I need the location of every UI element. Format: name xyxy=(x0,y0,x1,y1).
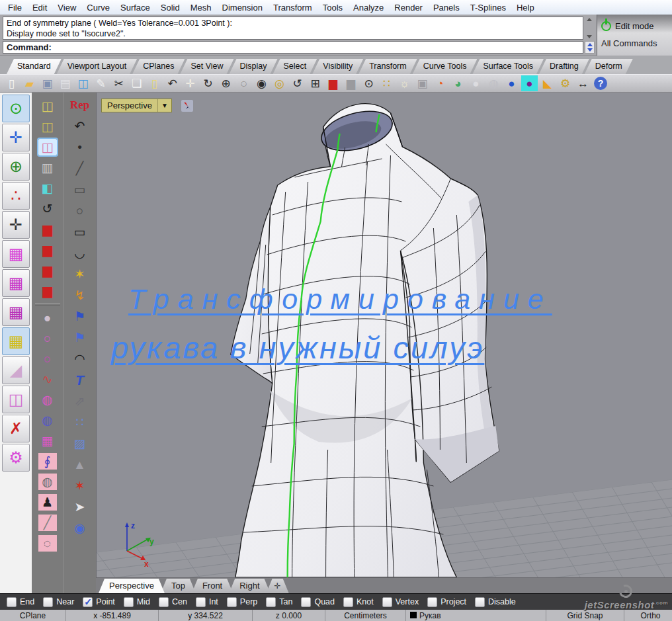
mesh-surface-icon[interactable]: ▦ xyxy=(38,433,57,449)
osnap-point[interactable]: Point xyxy=(83,597,115,607)
spray-tool-button[interactable]: ◢ xyxy=(2,356,30,384)
curve-handle-icon[interactable]: ◡ xyxy=(71,245,89,261)
save-icon[interactable]: ▣ xyxy=(39,75,56,91)
tab-drafting[interactable]: Drafting xyxy=(539,59,589,74)
menu-item[interactable]: Mesh xyxy=(185,1,217,15)
command-spinner[interactable] xyxy=(585,41,595,54)
menu-item[interactable]: Curve xyxy=(81,1,115,15)
zoom-selected-icon[interactable]: ◉ xyxy=(253,75,270,91)
menu-item[interactable]: View xyxy=(52,1,81,15)
checkbox[interactable] xyxy=(343,597,353,607)
command-history-scrollbar[interactable] xyxy=(585,17,593,40)
zoom-in-icon[interactable]: ⊕ xyxy=(218,75,234,91)
new-document-icon[interactable]: ▯ xyxy=(3,75,20,91)
viewport-tab-right[interactable]: Right xyxy=(229,579,270,593)
rotate-sphere-button[interactable]: ⊕ xyxy=(2,153,30,181)
osnap-tan[interactable]: Tan xyxy=(266,597,292,607)
cut-icon[interactable]: ✂ xyxy=(110,75,127,91)
spinner-up-icon[interactable] xyxy=(587,43,593,46)
color-wheel-icon[interactable]: ◕ xyxy=(450,75,466,91)
zoom-target-icon[interactable]: ◎ xyxy=(271,75,288,91)
tab-transform[interactable]: Transform xyxy=(358,59,417,74)
render-region-icon[interactable]: ◍ xyxy=(485,75,502,91)
checkbox[interactable] xyxy=(301,597,311,607)
sphere-ghost-icon[interactable]: ● xyxy=(38,310,57,326)
spotlight-icon[interactable]: ◣ xyxy=(539,75,556,91)
status-layer[interactable]: Рукав xyxy=(406,610,546,621)
checkbox[interactable] xyxy=(227,597,237,607)
flag-a-icon[interactable]: ⚑ xyxy=(71,308,89,325)
layout-columns-icon[interactable]: ▥ xyxy=(38,159,57,176)
status-y[interactable]: y 334.522 xyxy=(159,610,253,621)
osnap-knot[interactable]: Knot xyxy=(343,597,374,607)
joint-points-button[interactable]: ∴ xyxy=(2,182,30,210)
layout-three-panel-icon[interactable]: ◫ xyxy=(38,118,57,135)
osnap-quad[interactable]: Quad xyxy=(301,597,335,607)
car-ghost-icon[interactable]: ▆ xyxy=(343,75,359,91)
checkbox[interactable] xyxy=(43,597,53,607)
zoom-window-icon[interactable]: ◌ xyxy=(235,75,252,91)
rail-revolve-icon[interactable]: ○ xyxy=(38,351,57,367)
car-red-icon[interactable]: ▆ xyxy=(325,75,341,91)
lock-icon[interactable]: ▣ xyxy=(414,75,431,91)
polyline-icon[interactable]: ╱ xyxy=(38,515,57,531)
checkbox[interactable] xyxy=(427,597,437,607)
viewport-tab-perspective[interactable]: Perspective xyxy=(99,579,165,593)
osnap-int[interactable]: Int xyxy=(196,597,218,607)
move-axes-button[interactable]: ✛ xyxy=(2,211,30,239)
car-side-icon[interactable]: ▆ xyxy=(38,241,57,258)
dropdown-arrow-icon[interactable]: ▼ xyxy=(157,99,171,112)
tab-display[interactable]: Display xyxy=(230,59,278,74)
cage-box-button[interactable]: ▦ xyxy=(2,269,30,297)
car-top-icon[interactable]: ▆ xyxy=(38,221,57,237)
tab-set-view[interactable]: Set View xyxy=(180,59,233,74)
spheres-icon[interactable]: ◉ xyxy=(71,520,89,536)
all-commands-item[interactable]: All Commands xyxy=(601,38,672,48)
status-units[interactable]: Centimeters xyxy=(325,610,406,621)
checkbox[interactable] xyxy=(475,597,485,607)
menu-item[interactable]: Render xyxy=(389,1,428,15)
status-x[interactable]: x -851.489 xyxy=(66,610,159,621)
paste-icon[interactable]: ▯ xyxy=(146,75,163,91)
osnap-perp[interactable]: Perp xyxy=(227,597,257,607)
orbit-icon[interactable]: ↺ xyxy=(38,200,57,217)
print-icon[interactable]: ▤ xyxy=(57,75,73,91)
tab-viewport-layout[interactable]: Viewport Layout xyxy=(57,59,137,74)
ellipse-points-icon[interactable]: ○ xyxy=(71,202,89,219)
arc-icon[interactable]: ◠ xyxy=(71,351,89,367)
checkbox[interactable] xyxy=(83,597,93,607)
extrude-g1-icon[interactable]: ◍ xyxy=(38,392,57,408)
help-icon[interactable]: ? xyxy=(594,77,607,90)
checkbox[interactable] xyxy=(382,597,392,607)
spinner-down-icon[interactable] xyxy=(587,48,593,52)
revolve-icon[interactable]: ○ xyxy=(38,330,57,347)
viewport-tab-add[interactable]: ✛ xyxy=(267,579,289,593)
osnap-vertex[interactable]: Vertex xyxy=(382,597,419,607)
cage-surface-button[interactable]: ▦ xyxy=(2,298,30,326)
menu-item[interactable]: Panels xyxy=(428,1,465,15)
rig-person-icon[interactable]: ♟ xyxy=(38,494,57,511)
command-history[interactable]: End of symmetry plane ( Weld=Yes Toleran… xyxy=(3,17,583,40)
divider[interactable] xyxy=(35,303,60,306)
osnap-mid[interactable]: Mid xyxy=(124,597,150,607)
menu-item[interactable]: Analyze xyxy=(348,1,389,15)
open-folder-icon[interactable]: ▰ xyxy=(21,75,38,91)
tab-cplanes[interactable]: CPlanes xyxy=(132,59,185,74)
tab-select[interactable]: Select xyxy=(273,59,317,74)
menu-item[interactable]: Transform xyxy=(268,1,317,15)
options-gear-icon[interactable]: ⚙ xyxy=(557,75,573,91)
star-icon[interactable]: ✶ xyxy=(71,266,89,282)
car-front-icon[interactable]: ▆ xyxy=(38,262,57,278)
menu-item[interactable]: Dimension xyxy=(217,1,268,15)
menu-item[interactable]: Surface xyxy=(115,1,155,15)
material-active-icon[interactable]: ● xyxy=(521,75,538,91)
circle-points-icon[interactable]: ◌ xyxy=(38,535,57,552)
radius-icon[interactable]: ⊙ xyxy=(360,75,377,91)
undo-view-icon[interactable]: ↺ xyxy=(289,75,306,91)
command-input[interactable]: Command: xyxy=(3,41,583,54)
four-viewports-icon[interactable]: ⊞ xyxy=(307,75,323,91)
spiral-icon[interactable]: ∮ xyxy=(38,453,57,470)
display-mode-icon[interactable]: ◔ xyxy=(432,75,448,91)
lightning-icon[interactable]: ↯ xyxy=(71,287,89,304)
osnap-disable[interactable]: Disable xyxy=(475,597,516,607)
